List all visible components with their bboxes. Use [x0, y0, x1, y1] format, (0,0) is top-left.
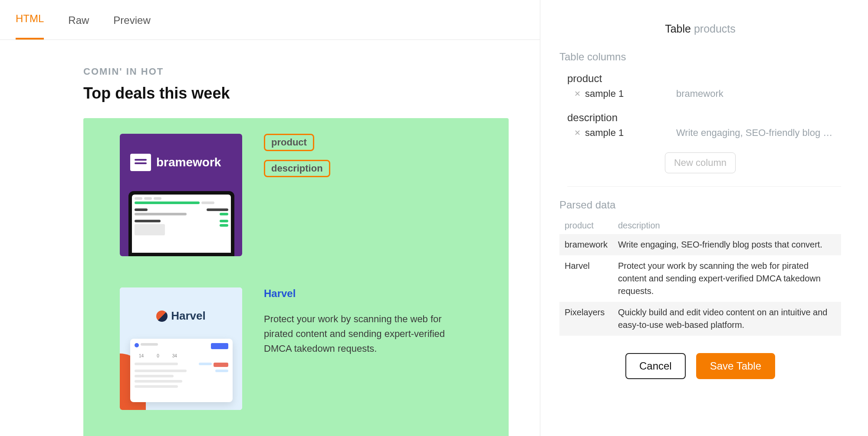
- deal-text: product description: [264, 134, 484, 177]
- footer-buttons: Cancel Save Table: [559, 349, 841, 396]
- remove-sample-icon[interactable]: ✕: [574, 129, 581, 137]
- tab-preview[interactable]: Preview: [113, 14, 150, 40]
- section-columns-label: Table columns: [559, 51, 841, 63]
- tag-description[interactable]: description: [264, 160, 330, 177]
- deal-card: Harvel 14034: [120, 287, 484, 410]
- table-row: bramework Write engaging, SEO-friendly b…: [559, 234, 841, 255]
- divider: [567, 186, 841, 187]
- sample-row: ✕ sample 1 bramework: [567, 86, 833, 103]
- sample-label: sample 1: [585, 127, 672, 139]
- cell-product: Pixelayers: [559, 302, 613, 336]
- table-header: product: [559, 217, 613, 234]
- cell-desc: Protect your work by scanning the web fo…: [613, 255, 841, 302]
- save-table-button[interactable]: Save Table: [696, 353, 775, 379]
- brand-name: Harvel: [171, 309, 206, 323]
- table-header: description: [613, 217, 841, 234]
- cell-desc: Quickly build and edit video content on …: [613, 302, 841, 336]
- deal-title-link[interactable]: Harvel: [264, 287, 296, 299]
- column-name[interactable]: description: [567, 112, 833, 124]
- column-block: description ✕ sample 1 Write engaging, S…: [559, 108, 841, 144]
- sample-row: ✕ sample 1 Write engaging, SEO-friendly …: [567, 126, 833, 142]
- cell-desc: Write engaging, SEO-friendly blog posts …: [613, 234, 841, 255]
- deal-image: bramework: [120, 134, 242, 256]
- kicker: COMIN' IN HOT: [83, 66, 540, 77]
- table-row: Pixelayers Quickly build and edit video …: [559, 302, 841, 336]
- sample-value: Write engaging, SEO-friendly blog posts …: [676, 127, 833, 139]
- table-row: Harvel Protect your work by scanning the…: [559, 255, 841, 302]
- content-scroll[interactable]: COMIN' IN HOT Top deals this week bramew…: [0, 40, 540, 436]
- section-parsed-label: Parsed data: [559, 199, 841, 211]
- new-column-button[interactable]: New column: [665, 152, 736, 173]
- deal-text: Harvel Protect your work by scanning the…: [264, 287, 484, 356]
- brand-name: bramework: [156, 155, 221, 169]
- table-name: products: [694, 23, 736, 35]
- deal-image: Harvel 14034: [120, 287, 242, 410]
- remove-sample-icon[interactable]: ✕: [574, 90, 581, 98]
- right-pane: Table products Table columns product ✕ s…: [540, 0, 868, 436]
- left-pane: HTML Raw Preview COMIN' IN HOT Top deals…: [0, 0, 540, 436]
- tag-product[interactable]: product: [264, 134, 314, 151]
- column-name[interactable]: product: [567, 73, 833, 85]
- tabs: HTML Raw Preview: [0, 0, 540, 40]
- column-block: product ✕ sample 1 bramework: [559, 69, 841, 105]
- deals-container: bramework: [83, 118, 509, 436]
- table-title: Table products: [559, 23, 841, 35]
- cell-product: bramework: [559, 234, 613, 255]
- tab-raw[interactable]: Raw: [68, 14, 89, 40]
- headline: Top deals this week: [83, 84, 540, 102]
- parsed-data-table: product description bramework Write enga…: [559, 217, 841, 336]
- tab-html[interactable]: HTML: [16, 13, 44, 40]
- deal-description: Protect your work by scanning the web fo…: [264, 312, 459, 356]
- harvel-logo-icon: [156, 310, 168, 322]
- cancel-button[interactable]: Cancel: [625, 353, 686, 379]
- sample-value: bramework: [676, 88, 833, 99]
- cell-product: Harvel: [559, 255, 613, 302]
- deal-card: bramework: [120, 134, 484, 256]
- sample-label: sample 1: [585, 88, 672, 99]
